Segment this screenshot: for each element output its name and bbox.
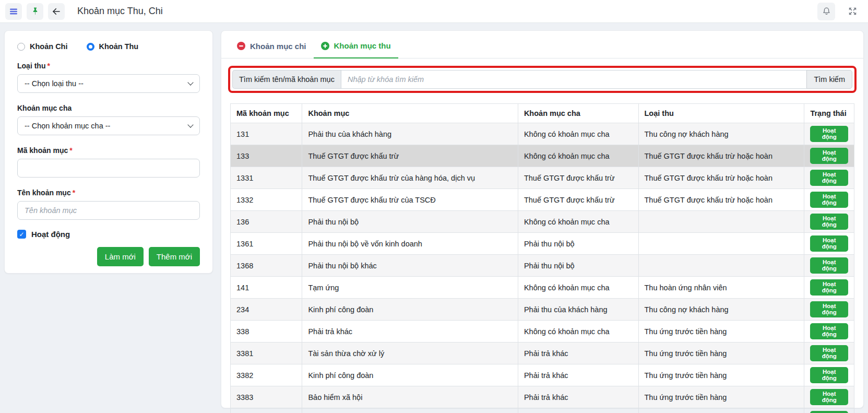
loai-thu-select[interactable]: -- Chọn loại thu -- xyxy=(17,74,200,93)
cell-code: 1361 xyxy=(231,233,302,255)
cell-type xyxy=(638,211,804,233)
status-badge: Hoạt động xyxy=(810,235,848,252)
cell-status: Hoạt động xyxy=(804,364,854,386)
table-row[interactable]: 1368Phải thu nội bộ khácPhải thu nội bộH… xyxy=(231,255,854,277)
field-khoan-muc-cha: Khoản mục cha -- Chọn khoản mục cha -- xyxy=(17,104,200,135)
table-header-row: Mã khoản mục Khoản mục Khoản mục cha Loạ… xyxy=(231,104,854,123)
tab-khoan-muc-thu-label: Khoản mục thu xyxy=(334,41,391,50)
table-row[interactable]: 234Kinh phí công đoànPhải thu của khách … xyxy=(231,299,854,321)
cell-type: Thuế GTGT được khấu trừ hoặc hoàn xyxy=(638,189,804,211)
pin-button[interactable] xyxy=(27,3,43,20)
table-row[interactable]: 3383Bảo hiểm xã hộiPhải trả khácThu ứng … xyxy=(231,386,854,408)
cell-parent: Không có khoản mục cha xyxy=(518,145,638,167)
radio-khoan-thu[interactable]: Khoản Thu xyxy=(87,42,139,51)
status-badge: Hoạt động xyxy=(810,323,848,339)
table-row[interactable]: 3384Bảo hiểm y tếPhải trả khácThu ứng tr… xyxy=(231,408,854,413)
cell-code: 3381 xyxy=(231,343,302,364)
cell-name: Kinh phí công đoàn xyxy=(302,364,518,386)
radio-khoan-chi[interactable]: Khoản Chi xyxy=(17,42,68,51)
cell-status: Hoạt động xyxy=(804,343,854,364)
cell-code: 3383 xyxy=(231,386,302,408)
col-khoan-muc-cha: Khoản mục cha xyxy=(518,104,638,123)
cell-type: Thu ứng trước tiền hàng xyxy=(638,321,804,343)
table-row[interactable]: 1331Thuế GTGT được khấu trừ của hàng hóa… xyxy=(231,167,854,189)
cell-parent: Phải thu của khách hàng xyxy=(518,299,638,321)
status-badge: Hoạt động xyxy=(810,367,848,383)
field-ma-khoan-muc: Mã khoản mục* xyxy=(17,146,200,178)
cell-status: Hoạt động xyxy=(804,233,854,255)
hoat-dong-checkbox-row[interactable]: ✓ Hoạt động xyxy=(17,230,200,239)
loai-thu-selected-value: -- Chọn loại thu -- xyxy=(25,79,84,88)
cell-code: 1332 xyxy=(231,189,302,211)
cell-type: Thu ứng trước tiền hàng xyxy=(638,408,804,413)
search-highlight-annotation: Tìm kiếm tên/mã khoản mục Tìm kiếm xyxy=(228,66,857,93)
table-row[interactable]: 1361Phải thu nội bộ về vốn kinh doanhPhả… xyxy=(231,233,854,255)
col-khoan-muc: Khoản mục xyxy=(302,104,518,123)
back-button[interactable] xyxy=(48,3,65,20)
cell-name: Kinh phí công đoàn xyxy=(302,299,518,321)
menu-icon xyxy=(9,7,18,16)
them-moi-button[interactable]: Thêm mới xyxy=(149,247,200,266)
cell-name: Thuế GTGT được khấu trừ của hàng hóa, dị… xyxy=(302,167,518,189)
required-marker: * xyxy=(47,62,50,70)
tab-khoan-muc-chi-label: Khoản mục chi xyxy=(250,42,306,51)
status-badge: Hoạt động xyxy=(810,279,848,296)
cell-status: Hoạt động xyxy=(804,299,854,321)
table-row[interactable]: 131Phải thu của khách hàngKhông có khoản… xyxy=(231,123,854,145)
cell-code: 1331 xyxy=(231,167,302,189)
table-body: 131Phải thu của khách hàngKhông có khoản… xyxy=(231,123,854,413)
cell-type: Thu hoàn ứng nhân viên xyxy=(638,277,804,299)
cell-code: 3384 xyxy=(231,408,302,413)
cell-parent: Không có khoản mục cha xyxy=(518,277,638,299)
radio-checked-icon xyxy=(87,43,94,51)
cell-name: Phải trả khác xyxy=(302,321,518,343)
search-button[interactable]: Tìm kiếm xyxy=(806,70,852,89)
table-row[interactable]: 1332Thuế GTGT được khấu trừ của TSCĐThuế… xyxy=(231,189,854,211)
status-badge: Hoạt động xyxy=(810,170,848,186)
table-row[interactable]: 3382Kinh phí công đoànPhải trả khácThu ứ… xyxy=(231,364,854,386)
category-list-panel: Khoản mục chi Khoản mục thu Tìm kiếm tên… xyxy=(221,30,864,408)
khoan-muc-cha-select[interactable]: -- Chọn khoản mục cha -- xyxy=(17,116,200,135)
table-row[interactable]: 3381Tài sản thừa chờ xử lýPhải trả khácT… xyxy=(231,343,854,364)
search-input[interactable] xyxy=(341,70,807,89)
cell-code: 131 xyxy=(231,123,302,145)
notifications-button[interactable] xyxy=(817,3,835,20)
tab-bar: Khoản mục chi Khoản mục thu xyxy=(221,31,863,58)
cell-name: Tạm ứng xyxy=(302,277,518,299)
cell-type: Thuế GTGT được khấu trừ hoặc hoàn xyxy=(638,167,804,189)
cell-type xyxy=(638,255,804,277)
page-content: Khoản Chi Khoản Thu Loại thu* -- Chọn lo… xyxy=(0,23,868,413)
table-wrap: Mã khoản mục Khoản mục Khoản mục cha Loạ… xyxy=(230,103,854,413)
status-badge: Hoạt động xyxy=(810,192,848,208)
ten-khoan-muc-input[interactable] xyxy=(17,201,200,220)
cell-code: 338 xyxy=(231,321,302,343)
table-row[interactable]: 136Phải thu nội bộKhông có khoản mục cha… xyxy=(231,211,854,233)
table-row[interactable]: 133Thuế GTGT được khấu trừKhông có khoản… xyxy=(231,145,854,167)
page-title: Khoản mục Thu, Chi xyxy=(77,6,163,17)
field-loai-thu: Loại thu* -- Chọn loại thu -- xyxy=(17,62,200,93)
cell-status: Hoạt động xyxy=(804,189,854,211)
ma-khoan-muc-input[interactable] xyxy=(17,159,200,178)
lam-moi-button[interactable]: Làm mới xyxy=(97,247,144,266)
form-actions: Làm mới Thêm mới xyxy=(17,247,200,266)
cell-code: 141 xyxy=(231,277,302,299)
field-ten-khoan-muc: Tên khoản mục* xyxy=(17,188,200,220)
cell-type: Thu ứng trước tiền hàng xyxy=(638,364,804,386)
cell-status: Hoạt động xyxy=(804,408,854,413)
chevron-down-icon xyxy=(187,79,193,85)
cell-parent: Phải trả khác xyxy=(518,343,638,364)
cell-status: Hoạt động xyxy=(804,145,854,167)
category-kind-radio-group: Khoản Chi Khoản Thu xyxy=(17,42,200,51)
required-marker: * xyxy=(69,146,72,155)
tab-khoan-muc-chi[interactable]: Khoản mục chi xyxy=(230,31,314,58)
cell-status: Hoạt động xyxy=(804,123,854,145)
cell-parent: Thuế GTGT được khấu trừ xyxy=(518,167,638,189)
fullscreen-icon[interactable] xyxy=(848,6,858,16)
table-row[interactable]: 338Phải trả khácKhông có khoản mục chaTh… xyxy=(231,321,854,343)
cell-name: Phải thu của khách hàng xyxy=(302,123,518,145)
cell-parent: Không có khoản mục cha xyxy=(518,123,638,145)
table-row[interactable]: 141Tạm ứngKhông có khoản mục chaThu hoàn… xyxy=(231,277,854,299)
tab-khoan-muc-thu[interactable]: Khoản mục thu xyxy=(314,31,398,58)
cell-type xyxy=(638,233,804,255)
menu-button[interactable] xyxy=(5,3,22,20)
